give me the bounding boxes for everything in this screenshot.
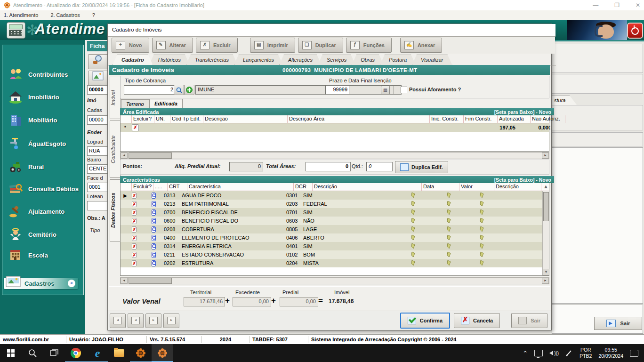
volume-icon[interactable]: ))) bbox=[549, 351, 559, 356]
sidebar-item-rural[interactable]: Rural bbox=[8, 160, 79, 174]
nav-first-button[interactable]: ◂ bbox=[110, 314, 126, 328]
tray-chevron-icon[interactable]: ⌃ bbox=[523, 350, 528, 357]
delete-row-icon[interactable]: ✗ bbox=[132, 226, 137, 233]
table-row[interactable]: ✗ C 0213 BEM PATRIMONIAL 0203 FEDERAL bbox=[121, 200, 549, 208]
language-indicator[interactable]: PORPTB2 bbox=[580, 347, 592, 359]
scroll-up-icon[interactable]: ▲ bbox=[541, 183, 549, 191]
alterar-button[interactable]: ✎Alterar bbox=[152, 38, 193, 53]
scroll-left-icon[interactable]: ◄ bbox=[121, 278, 128, 284]
clip-icon[interactable] bbox=[446, 209, 451, 215]
delete-row-icon[interactable]: ✗ bbox=[132, 209, 137, 216]
fiorilli-app-active-taskbar-icon[interactable] bbox=[152, 344, 173, 362]
clip-icon[interactable] bbox=[446, 217, 451, 224]
internet-explorer-taskbar-icon[interactable]: e bbox=[87, 344, 108, 362]
tab-transferencias[interactable]: Transferências bbox=[186, 55, 238, 65]
tab-postura-fragment[interactable]: stura bbox=[551, 96, 581, 105]
delete-row-icon[interactable]: ✗ bbox=[132, 218, 137, 224]
start-button[interactable] bbox=[0, 344, 22, 362]
clip-icon[interactable] bbox=[479, 217, 484, 224]
qtd-field[interactable]: 0 bbox=[366, 162, 393, 171]
caract-horizontal-scrollbar[interactable]: ◄ ► bbox=[120, 277, 549, 284]
sidebar-item-imobiliario[interactable]: Imobiliário bbox=[8, 90, 79, 104]
novo-button[interactable]: +Novo bbox=[112, 38, 149, 53]
tab-servicos[interactable]: Serviços bbox=[318, 55, 355, 65]
nav-last-button[interactable]: ▸ bbox=[163, 314, 179, 328]
clip-icon[interactable] bbox=[479, 234, 484, 241]
delete-row-icon[interactable]: ✗ bbox=[132, 124, 139, 131]
network-icon[interactable] bbox=[534, 350, 543, 356]
clip-icon[interactable] bbox=[479, 243, 484, 249]
clip-icon[interactable] bbox=[479, 226, 484, 232]
clip-icon[interactable] bbox=[446, 251, 451, 257]
clip-icon[interactable] bbox=[479, 260, 484, 266]
cadastro-field[interactable]: 00000 bbox=[87, 115, 110, 125]
menu-atendimento[interactable]: 1. Atendimento bbox=[4, 12, 38, 18]
file-explorer-taskbar-icon[interactable] bbox=[108, 344, 130, 362]
sidebar-item-agua-esgoto[interactable]: Água/Esgoto bbox=[8, 137, 79, 151]
loteamento-field[interactable] bbox=[87, 201, 110, 210]
sidebar-item-contribuintes[interactable]: Contribuintes bbox=[8, 67, 79, 81]
power-button[interactable] bbox=[627, 23, 643, 39]
side-tab-dados-fisicos[interactable]: Dados Físicos bbox=[110, 179, 121, 241]
face-field[interactable]: 0001 bbox=[87, 183, 110, 192]
scroll-thumb[interactable] bbox=[543, 192, 549, 221]
sidebar-item-escola[interactable]: Escola bbox=[8, 248, 79, 262]
clip-icon[interactable] bbox=[479, 209, 484, 215]
clip-icon[interactable] bbox=[446, 260, 451, 266]
clip-icon[interactable] bbox=[446, 192, 451, 198]
table-row[interactable]: ✗ C 0314 ENERGIA ELETRICA 0401 SIM bbox=[121, 242, 549, 250]
minimize-button[interactable]: — bbox=[593, 2, 598, 8]
confirma-button[interactable]: Confirma bbox=[400, 313, 450, 329]
clip-icon[interactable] bbox=[411, 201, 416, 207]
clock[interactable]: 09:5520/09/2024 bbox=[598, 347, 623, 359]
logradouro-field[interactable]: RUA bbox=[87, 146, 110, 156]
imprimir-button[interactable]: ▤Imprimir bbox=[250, 38, 295, 53]
clip-icon[interactable] bbox=[411, 260, 416, 266]
table-row[interactable]: ✗ C 0202 ESTRUTURA 0204 MISTA bbox=[121, 259, 549, 267]
tab-edificada[interactable]: Edificada bbox=[149, 99, 183, 109]
side-tab-imovel[interactable]: Imóvel bbox=[110, 77, 121, 119]
sidebar-item-consulta-debitos[interactable]: Consulta Débitos bbox=[8, 182, 79, 196]
table-row[interactable]: ▶ ✗ C 0313 AGUA DE POCO 0301 SIM bbox=[121, 191, 549, 200]
nav-next-button[interactable]: ▸ bbox=[145, 314, 161, 328]
menu-cadastros[interactable]: 2. Cadastros bbox=[50, 12, 80, 18]
tab-historicos[interactable]: Históricos bbox=[149, 55, 190, 65]
table-row[interactable]: ✗ C 0400 ELEMENTO DE PROTECAO 0406 ABERT… bbox=[121, 233, 549, 242]
menu-help[interactable]: ? bbox=[92, 12, 95, 18]
calendar-button[interactable]: ▦ bbox=[381, 86, 390, 95]
tab-cadastro[interactable]: Cadastro bbox=[113, 55, 153, 65]
delete-row-icon[interactable]: ✗ bbox=[132, 201, 137, 207]
area-table-row[interactable]: * ✗ 197,05 0,00 0,00 bbox=[121, 123, 549, 132]
clip-icon[interactable] bbox=[411, 251, 416, 257]
tab-obras[interactable]: Obras bbox=[352, 55, 384, 65]
excluir-button[interactable]: ✗Excluir bbox=[196, 38, 238, 53]
side-tab-contribuinte[interactable]: Contribuinte bbox=[110, 121, 121, 178]
clip-icon[interactable] bbox=[479, 192, 484, 198]
clip-icon[interactable] bbox=[411, 192, 416, 198]
delete-row-icon[interactable]: ✗ bbox=[132, 252, 137, 258]
task-view-button[interactable] bbox=[43, 344, 65, 362]
add-button[interactable] bbox=[184, 85, 194, 95]
sidebar-item-cemiterio[interactable]: Cemitério bbox=[8, 227, 79, 241]
notification-center-icon[interactable] bbox=[630, 350, 638, 357]
sidebar-item-mobiliario[interactable]: Mobiliário bbox=[8, 113, 79, 127]
fiorilli-app-taskbar-icon[interactable] bbox=[130, 344, 152, 362]
clip-icon[interactable] bbox=[411, 209, 416, 215]
cancela-button[interactable]: ✗ Cancela bbox=[454, 313, 500, 328]
sair-button[interactable]: Sair bbox=[511, 313, 547, 328]
clip-icon[interactable] bbox=[479, 251, 484, 257]
search-button[interactable] bbox=[174, 85, 184, 95]
tab-lancamentos[interactable]: Lançamentos bbox=[234, 55, 283, 65]
table-row[interactable]: ✗ C 0700 BENEFICIO FISCAL DE 0701 SIM bbox=[121, 208, 549, 217]
delete-row-icon[interactable]: ✗ bbox=[132, 243, 137, 249]
tab-visualizar[interactable]: Visualizar bbox=[412, 55, 452, 65]
sidebar-item-ajuizamento[interactable]: Ajuizamento bbox=[8, 204, 79, 218]
background-sair-button[interactable]: Sair bbox=[594, 317, 642, 330]
delete-row-icon[interactable]: ✗ bbox=[132, 235, 137, 241]
close-button[interactable]: ✕ bbox=[636, 2, 640, 8]
scroll-down-icon[interactable]: ▼ bbox=[543, 269, 549, 275]
pen-icon[interactable] bbox=[565, 349, 573, 357]
clip-icon[interactable] bbox=[411, 234, 416, 241]
taskbar-search-button[interactable] bbox=[22, 344, 43, 362]
clip-icon[interactable] bbox=[446, 226, 451, 232]
